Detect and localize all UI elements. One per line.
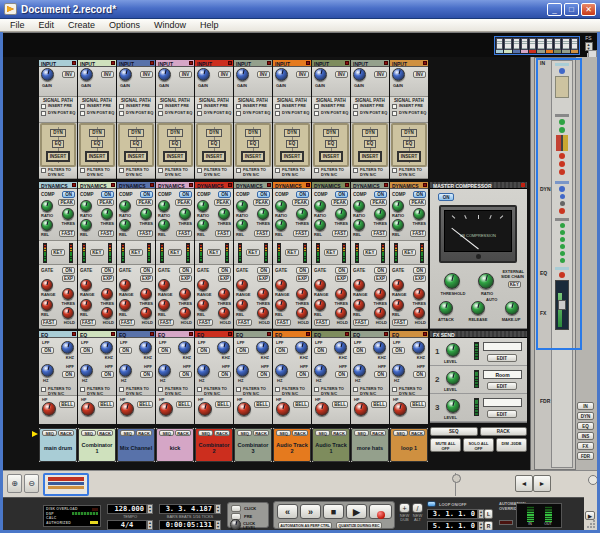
hf-bell-button[interactable]: BELL: [176, 401, 192, 408]
gate-fast-button[interactable]: FAST: [197, 319, 213, 326]
dyn-post-eq-checkbox[interactable]: DYN POST EQ: [156, 110, 194, 117]
comp-on-button[interactable]: ON: [296, 191, 309, 198]
ratio-knob[interactable]: [41, 200, 53, 212]
hf-gain-knob[interactable]: [393, 402, 407, 416]
lpf-on-button[interactable]: ON: [275, 347, 288, 354]
lpf-on-button[interactable]: ON: [158, 347, 171, 354]
hold-knob[interactable]: [218, 307, 230, 319]
gain-knob[interactable]: [275, 68, 288, 81]
hpf-freq-knob[interactable]: [80, 364, 93, 377]
gate-on-button[interactable]: ON: [179, 267, 192, 274]
eq-slot[interactable]: EQ: [364, 140, 377, 148]
lpf-on-button[interactable]: ON: [353, 347, 366, 354]
exp-button[interactable]: EXP: [257, 275, 270, 282]
hf-bell-button[interactable]: BELL: [254, 401, 270, 408]
hpf-freq-knob[interactable]: [353, 364, 366, 377]
gain-knob[interactable]: [392, 68, 405, 81]
eq-slot[interactable]: EQ: [169, 140, 182, 148]
release-knob[interactable]: [314, 219, 326, 231]
key-button[interactable]: KEY: [51, 249, 64, 256]
menu-item[interactable]: Help: [193, 20, 226, 30]
signal-path-diagram[interactable]: DYN EQ INSERT: [313, 123, 349, 167]
key-button[interactable]: KEY: [324, 249, 337, 256]
gate-thres-knob[interactable]: [62, 288, 74, 300]
master-seq-button[interactable]: SEQ: [430, 427, 478, 436]
gate-rel-knob[interactable]: [314, 299, 326, 311]
fx-edit-button[interactable]: EDIT: [487, 382, 517, 390]
insert-pre-checkbox[interactable]: INSERT PRE: [117, 103, 155, 110]
gain-knob[interactable]: [158, 68, 171, 81]
thres-knob[interactable]: [140, 208, 152, 220]
hpf-freq-knob[interactable]: [41, 364, 54, 377]
gate-rel-knob[interactable]: [41, 299, 53, 311]
maximize-button[interactable]: □: [564, 3, 579, 16]
eq-slot[interactable]: EQ: [91, 140, 104, 148]
range-knob[interactable]: [158, 279, 170, 291]
invert-button[interactable]: INV: [140, 71, 153, 78]
gate-on-button[interactable]: ON: [62, 267, 75, 274]
exp-button[interactable]: EXP: [335, 275, 348, 282]
comp-fast-button[interactable]: FAST: [371, 230, 387, 237]
thres-knob[interactable]: [296, 208, 308, 220]
gate-thres-knob[interactable]: [140, 288, 152, 300]
channel-name-tab[interactable]: SEQ RACK Combinator 2: [195, 428, 233, 462]
dyn-post-eq-checkbox[interactable]: DYN POST EQ: [195, 110, 233, 117]
master-ratio-knob[interactable]: [478, 273, 494, 289]
menu-item[interactable]: File: [3, 20, 32, 30]
gate-thres-knob[interactable]: [296, 288, 308, 300]
release-knob[interactable]: [275, 219, 287, 231]
key-button[interactable]: KEY: [90, 249, 103, 256]
gate-fast-button[interactable]: FAST: [392, 319, 408, 326]
left-locator-display[interactable]: 3. 1. 1. 0: [427, 509, 478, 519]
eq-slot[interactable]: EQ: [247, 140, 260, 148]
new-dub-button[interactable]: +: [399, 503, 410, 513]
key-button[interactable]: KEY: [246, 249, 259, 256]
lpf-freq-knob[interactable]: [412, 341, 425, 354]
peak-button[interactable]: PEAK: [253, 199, 270, 206]
dim-button[interactable]: DIM -20DB: [496, 438, 527, 452]
navigator-jump-button[interactable]: EQ: [577, 422, 594, 430]
peak-button[interactable]: PEAK: [97, 199, 114, 206]
lpf-on-button[interactable]: ON: [119, 347, 132, 354]
thres-knob[interactable]: [257, 208, 269, 220]
ratio-knob[interactable]: [353, 200, 365, 212]
navigator-panel[interactable]: IN DYN EQ FX FDR: [534, 57, 576, 470]
release-knob[interactable]: [197, 219, 209, 231]
insert-pre-checkbox[interactable]: INSERT PRE: [156, 103, 194, 110]
loop-on-off-button[interactable]: [427, 501, 436, 507]
lpf-freq-knob[interactable]: [256, 341, 269, 354]
hpf-on-button[interactable]: ON: [218, 371, 231, 378]
mute-all-off-button[interactable]: MUTE ALL OFF: [430, 438, 461, 452]
filters-to-dyn-checkbox[interactable]: FILTERS TO DYN S/C: [351, 167, 389, 178]
signal-path-diagram[interactable]: DYN EQ INSERT: [157, 123, 193, 167]
hpf-freq-knob[interactable]: [158, 364, 171, 377]
thres-knob[interactable]: [101, 208, 113, 220]
gate-thres-knob[interactable]: [101, 288, 113, 300]
eq-slot[interactable]: EQ: [403, 140, 416, 148]
makeup-knob[interactable]: [505, 301, 519, 315]
gate-rel-knob[interactable]: [353, 299, 365, 311]
range-knob[interactable]: [236, 279, 248, 291]
range-knob[interactable]: [353, 279, 365, 291]
ratio-knob[interactable]: [392, 200, 404, 212]
hold-knob[interactable]: [374, 307, 386, 319]
dyn-post-eq-checkbox[interactable]: DYN POST EQ: [312, 110, 350, 117]
hf-bell-button[interactable]: BELL: [98, 401, 114, 408]
gate-rel-knob[interactable]: [275, 299, 287, 311]
lpf-on-button[interactable]: ON: [314, 347, 327, 354]
gate-on-button[interactable]: ON: [257, 267, 270, 274]
hpf-freq-knob[interactable]: [197, 364, 210, 377]
gate-fast-button[interactable]: FAST: [158, 319, 174, 326]
release-knob[interactable]: [158, 219, 170, 231]
gate-on-button[interactable]: ON: [335, 267, 348, 274]
signal-path-diagram[interactable]: DYN EQ INSERT: [196, 123, 232, 167]
exp-button[interactable]: EXP: [218, 275, 231, 282]
exp-button[interactable]: EXP: [179, 275, 192, 282]
gate-fast-button[interactable]: FAST: [119, 319, 135, 326]
channel-name-tab[interactable]: SEQ RACK Combinator 3: [234, 428, 272, 462]
range-knob[interactable]: [41, 279, 53, 291]
key-button[interactable]: KEY: [402, 249, 415, 256]
peak-button[interactable]: PEAK: [175, 199, 192, 206]
filters-to-dyn-checkbox[interactable]: FILTERS TO DYN S/C: [312, 167, 350, 178]
insert-pre-checkbox[interactable]: INSERT PRE: [39, 103, 77, 110]
